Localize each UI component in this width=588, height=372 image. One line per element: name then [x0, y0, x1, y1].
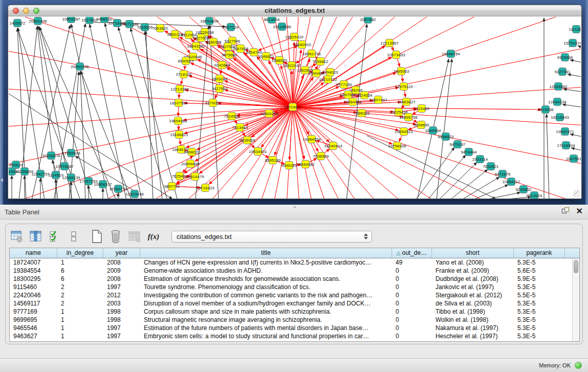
table-row[interactable]: 1938455462009Genome-wide association stu… [10, 267, 579, 275]
network-node[interactable]: 9115460 [414, 105, 430, 113]
network-node[interactable]: 1111304 [569, 26, 581, 33]
table-cell[interactable]: 2008 [103, 258, 140, 267]
clear-selection-button[interactable] [67, 229, 81, 244]
table-cell[interactable]: 1 [57, 258, 103, 267]
citation-edge-red[interactable] [293, 107, 581, 199]
citation-edge-red[interactable] [191, 156, 191, 159]
table-cell[interactable]: 5.6E-5 [514, 267, 565, 275]
table-cell[interactable]: 2009 [103, 267, 140, 275]
citation-edge-red[interactable] [296, 56, 308, 63]
table-cell[interactable]: Disruption of a novel member of a sodium… [140, 299, 392, 308]
network-node[interactable]: 8215958 [537, 106, 554, 114]
citation-edge-red[interactable] [293, 107, 581, 199]
network-node[interactable]: 10654112 [503, 178, 521, 186]
citation-edge-red[interactable] [293, 17, 581, 107]
table-cell[interactable]: de Silva et al. (2003) [432, 299, 514, 308]
table-cell[interactable]: Hescheler et al. (1997) [432, 332, 514, 340]
network-node[interactable]: 7485063 [393, 68, 409, 75]
citation-edge-red[interactable] [402, 75, 403, 82]
table-cell[interactable]: 9463627 [10, 332, 57, 340]
citation-edge-red[interactable] [293, 17, 581, 107]
network-node[interactable]: 1114519 [48, 171, 64, 179]
network-node[interactable]: 7955812 [312, 58, 329, 65]
citation-edge-red[interactable] [293, 107, 581, 199]
scrollbar-thumb[interactable] [574, 260, 578, 273]
table-cell[interactable]: 9777169 [10, 308, 57, 316]
table-row[interactable]: 911546021997Tourette syndrome. Phenomeno… [10, 283, 579, 291]
column-header-out_de[interactable]: △out_de… [392, 248, 432, 258]
citation-edge-red[interactable] [324, 149, 330, 154]
table-cell[interactable]: Structural magnetic resonance image aver… [140, 316, 392, 324]
citation-edge-red[interactable] [262, 154, 269, 158]
table-cell[interactable]: Changes of HCN gene expression and I(f) … [140, 258, 392, 267]
table-cell[interactable]: Tibbo et al. (1998) [432, 308, 514, 316]
table-cell[interactable]: 2012 [103, 291, 140, 299]
table-cell[interactable]: 49 [392, 258, 432, 267]
column-header-year[interactable]: year [103, 248, 140, 258]
citation-edge-red[interactable] [215, 92, 218, 99]
table-cell[interactable]: 9465546 [10, 324, 57, 332]
citation-edge-red[interactable] [189, 76, 293, 107]
table-cell[interactable]: 14569117 [10, 299, 57, 308]
network-node[interactable]: 10975887 [55, 163, 74, 170]
citation-edge-red[interactable] [293, 17, 581, 107]
close-panel-icon[interactable]: ✕ [576, 207, 583, 215]
network-node[interactable]: 19756928 [388, 142, 406, 150]
network-node[interactable]: 16543382 [187, 42, 205, 50]
table-cell[interactable]: 1998 [103, 308, 140, 316]
table-cell[interactable]: 5.3E-5 [514, 324, 565, 332]
citation-edge-red[interactable] [293, 17, 581, 107]
table-cell[interactable]: 1 [57, 332, 103, 340]
citation-edge-black[interactable] [570, 134, 581, 137]
table-vertical-scrollbar[interactable] [572, 258, 579, 341]
network-node[interactable]: 7663822 [152, 25, 168, 32]
table-cell[interactable]: 9699695 [10, 316, 57, 324]
table-cell[interactable]: 0 [392, 267, 432, 275]
float-window-icon[interactable] [562, 207, 570, 215]
table-row[interactable]: 1830029562008Estimation of significance … [10, 275, 579, 283]
column-settings-button[interactable] [10, 229, 24, 244]
table-row[interactable]: 2242004622012Investigating the contribut… [10, 291, 579, 299]
table-row[interactable]: 977716911998Corpus callosum shape and si… [10, 308, 579, 316]
table-cell[interactable]: 5.3E-5 [514, 283, 565, 291]
table-cell[interactable]: 0 [392, 283, 432, 291]
table-cell[interactable]: 0 [392, 299, 432, 308]
table-cell[interactable]: 9115460 [10, 283, 57, 291]
network-node[interactable]: 9245852 [515, 186, 532, 193]
citation-edge-black[interactable] [130, 28, 178, 199]
network-node[interactable]: 16210643 [551, 114, 569, 121]
delete-table-button-disabled[interactable] [127, 229, 142, 244]
network-node[interactable]: 20399489 [181, 160, 200, 168]
table-cell[interactable]: 5.9E-5 [514, 275, 565, 283]
table-cell[interactable]: 18724007 [10, 258, 57, 267]
table-cell[interactable]: 1 [57, 324, 103, 332]
table-cell[interactable]: 5.3E-5 [514, 316, 565, 324]
citation-edge-black[interactable] [563, 89, 581, 92]
network-node[interactable]: 19218586 [273, 23, 291, 31]
table-cell[interactable]: 18300295 [10, 275, 57, 283]
citation-edge-red[interactable] [391, 47, 394, 51]
network-node[interactable]: 16640910 [293, 41, 311, 49]
network-node[interactable]: 14671388 [120, 20, 139, 28]
select-all-button[interactable] [48, 229, 62, 244]
network-node[interactable]: 10807467 [369, 96, 387, 104]
citation-edge-red[interactable] [293, 107, 581, 199]
table-row[interactable]: 946554611997Estimation of the future num… [10, 324, 579, 332]
citation-edge-red[interactable] [184, 65, 185, 70]
network-node[interactable]: 15344982 [296, 161, 315, 168]
network-node[interactable]: 20206576 [42, 152, 60, 160]
network-node[interactable]: 4170051 [205, 99, 221, 107]
table-cell[interactable]: Wolkin et al. (1998) [432, 316, 514, 324]
citation-edge-black[interactable] [146, 31, 153, 199]
table-cell[interactable]: Investigating the contribution of common… [140, 291, 392, 299]
column-header-title[interactable]: title [140, 248, 392, 258]
table-cell[interactable]: 2 [57, 291, 103, 299]
table-cell[interactable]: Jankovic et al. (1997) [432, 283, 514, 291]
network-node[interactable]: 12213383 [170, 85, 189, 93]
citation-edge-red[interactable] [293, 107, 581, 199]
table-cell[interactable]: 2003 [103, 299, 140, 308]
citation-edge-red[interactable] [293, 17, 581, 107]
network-window-titlebar[interactable]: citations_edges.txt [8, 5, 581, 16]
table-cell[interactable]: Franke et al. (2009) [432, 267, 514, 275]
network-node[interactable]: 2803144 [211, 75, 228, 83]
